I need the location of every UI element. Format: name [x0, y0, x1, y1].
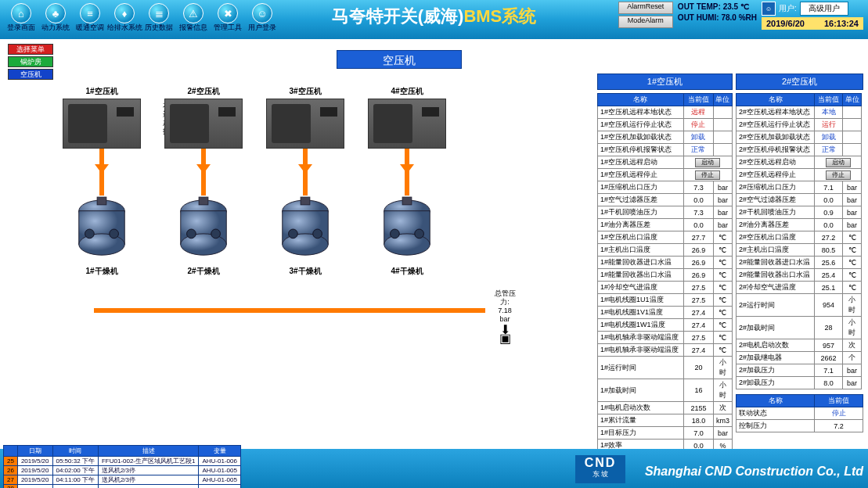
pipe-down: [303, 149, 308, 196]
pipe-down: [201, 149, 206, 196]
page-title: 空压机: [337, 50, 462, 69]
clock: 2019/6/2016:13:24: [762, 17, 863, 30]
table1-title: 1#空压机: [597, 74, 733, 90]
table-compressor-1: 名称当前值单位1#空压机远程本地状态远程1#空压机运行停止状态停止1#空压机加载…: [597, 93, 733, 452]
footer: 日期时间描述变量252019/5/2005:50:32 下午FFU01-002-…: [0, 449, 868, 488]
remote-btn[interactable]: 启动: [695, 158, 720, 167]
valve-icon: ⬇▣: [493, 325, 517, 343]
side-item[interactable]: 锅炉房: [8, 56, 53, 67]
nav-icon-glyph: ♣: [45, 3, 66, 23]
alarm-table: 日期时间描述变量252019/5/2005:50:32 下午FFU01-002-…: [3, 445, 241, 489]
svg-point-3: [85, 229, 95, 239]
svg-rect-11: [199, 197, 208, 205]
pipe-down: [405, 149, 409, 196]
compressor-unit-2: 2#空压机 2#干燥机: [157, 86, 250, 277]
dryer-tank-icon: [275, 196, 336, 264]
svg-point-14: [283, 234, 329, 255]
alarm-reset-button[interactable]: AlarmReset: [618, 2, 673, 14]
nav-icon-glyph: ⌂: [11, 3, 31, 23]
nav-暖通空调[interactable]: ≡暖通空调: [74, 3, 106, 36]
dryer-tank-icon: [376, 196, 438, 264]
nav-用户登录[interactable]: ☺用户登录: [246, 3, 279, 36]
arrow-down-icon: [298, 164, 312, 174]
compressor-icon: [266, 99, 344, 149]
cnd-logo: CND 东 坡: [575, 455, 625, 483]
side-menu: 选择菜单锅炉房空压机: [8, 44, 53, 81]
remote-btn[interactable]: 停止: [695, 170, 720, 180]
nav-icon-glyph: ✖: [218, 3, 238, 23]
compressor-icon: [164, 99, 243, 149]
title-pre: 马夸特开关(威海): [332, 6, 464, 26]
compressor-icon: [368, 99, 446, 149]
svg-point-22: [415, 229, 424, 239]
pipe-main: [94, 308, 485, 313]
company-name: Shanghai CND Construction Co., Ltd: [645, 465, 863, 479]
nav-管理工具[interactable]: ✖管理工具: [211, 3, 244, 36]
svg-point-10: [211, 229, 221, 239]
pipe-down: [99, 149, 104, 196]
nav-icon-glyph: ☺: [252, 3, 272, 23]
svg-rect-17: [301, 197, 310, 205]
svg-point-9: [187, 229, 196, 239]
top-bar: ⌂登录画面♣动力系统≡暖通空调♦给排水系统≣历史数据⚠报警信息✖管理工具☺用户登…: [0, 0, 868, 39]
svg-point-8: [181, 234, 227, 255]
title-tail: BMS系统: [463, 6, 536, 26]
system-title: 马夸特开关(威海)BMS系统: [332, 5, 537, 28]
nav-历史数据[interactable]: ≣历史数据: [142, 3, 175, 36]
compressor-unit-4: 4#空压机 4#干燥机: [360, 86, 454, 277]
nav-icon-glyph: ♦: [114, 3, 135, 23]
svg-point-15: [289, 229, 298, 239]
nav-icon-glyph: ≡: [80, 3, 100, 23]
env-readout: OUT TEMP: 23.5 ℃ OUT HUMI: 78.0 %RH: [678, 2, 757, 23]
user-value[interactable]: 高级用户: [800, 2, 848, 16]
arrow-down-icon: [196, 164, 211, 174]
user-icon: ☺: [762, 2, 776, 16]
nav-icon-glyph: ⚠: [183, 3, 203, 23]
remote-btn[interactable]: 启动: [826, 158, 851, 167]
nav-报警信息[interactable]: ⚠报警信息: [177, 3, 210, 36]
arrow-down-icon: [400, 164, 414, 174]
compressor-unit-3: 3#空压机 3#干燥机: [258, 86, 352, 277]
table-linkage: 名称当前值联动状态停止控制压力7.2: [736, 394, 863, 432]
main-area: 选择菜单锅炉房空压机 空压机 远程停止卸载正常 本地运行加载报警 1#空压机 1…: [0, 39, 868, 449]
arrow-down-icon: [95, 164, 109, 174]
compressor-unit-1: 1#空压机 1#干燥机: [55, 86, 149, 277]
gauge-readout: 总管压力: 7.18 bar ⬇▣: [493, 289, 517, 343]
svg-point-16: [313, 229, 322, 239]
svg-point-2: [79, 234, 125, 255]
dryer-tank-icon: [71, 196, 132, 264]
side-item[interactable]: 空压机: [8, 69, 53, 80]
user-label: 用户:: [779, 3, 797, 14]
nav-icon-glyph: ≣: [149, 3, 169, 23]
nav-icons: ⌂登录画面♣动力系统≡暖通空调♦给排水系统≣历史数据⚠报警信息✖管理工具☺用户登…: [0, 0, 283, 39]
svg-rect-5: [97, 197, 106, 205]
svg-rect-23: [402, 197, 412, 205]
table2-title: 2#空压机: [736, 74, 863, 90]
svg-point-20: [384, 234, 430, 255]
compressor-icon: [63, 99, 141, 149]
data-tables: 1#空压机 名称当前值单位1#空压机远程本地状态远程1#空压机运行停止状态停止1…: [597, 74, 863, 452]
nav-登录画面[interactable]: ⌂登录画面: [5, 3, 38, 36]
svg-point-21: [391, 229, 400, 239]
diagram: 远程停止卸载正常 本地运行加载报警 1#空压机 1#干燥机 2#空压机 2#干燥…: [55, 86, 517, 399]
table-compressor-2: 名称当前值单位2#空压机远程本地状态本地2#空压机运行停止状态运行2#空压机加载…: [736, 93, 862, 389]
nav-动力系统[interactable]: ♣动力系统: [39, 3, 72, 36]
mode-alarm-button[interactable]: ModeAlarm: [618, 16, 673, 28]
svg-point-4: [110, 229, 119, 239]
dryer-tank-icon: [173, 196, 234, 264]
nav-给排水系统[interactable]: ♦给排水系统: [108, 3, 141, 36]
side-item[interactable]: 选择菜单: [8, 44, 53, 55]
user-box: ☺ 用户: 高级用户: [762, 2, 863, 16]
remote-btn[interactable]: 停止: [826, 170, 851, 180]
